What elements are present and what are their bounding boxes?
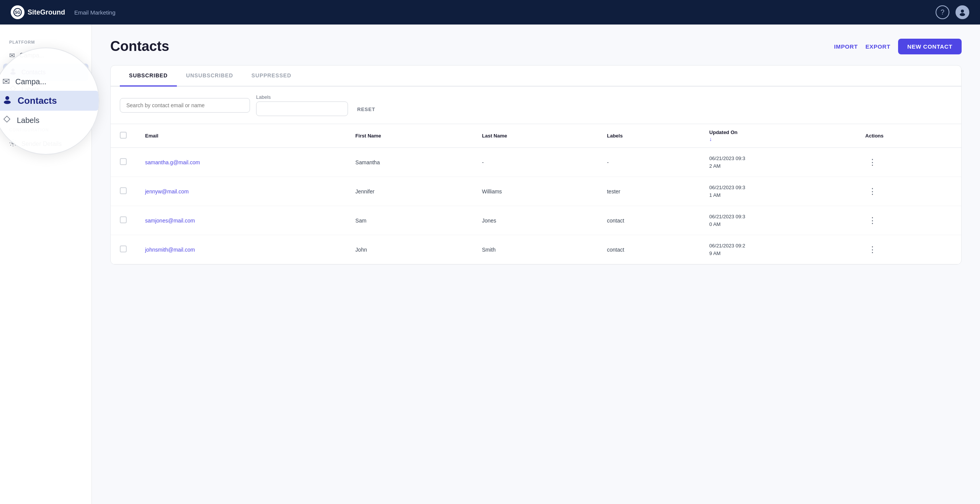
tab-suppressed[interactable]: SUPPRESSED [242, 65, 301, 87]
zoom-item-contacts[interactable]: Contacts [0, 91, 99, 111]
row-2-updated-on: 06/21/2023 09:31 AM [700, 177, 856, 206]
row-1-email[interactable]: samantha.g@mail.com [136, 148, 346, 177]
row-3-checkbox[interactable] [120, 216, 127, 223]
zoom-labels-icon [2, 115, 11, 126]
table-row: johnsmith@mail.comJohnSmithcontact06/21/… [111, 235, 961, 264]
th-checkbox [111, 124, 136, 148]
row-2-actions: ⋮ [856, 177, 961, 206]
new-contact-button[interactable]: NEW CONTACT [898, 39, 962, 54]
th-actions: Actions [856, 124, 961, 148]
row-3-first-name: Sam [346, 206, 473, 235]
row-2-more-button[interactable]: ⋮ [865, 187, 880, 196]
app-name: Email Marketing [74, 9, 116, 16]
table-row: jennyw@mail.comJenniferWilliamstester06/… [111, 177, 961, 206]
svg-point-3 [960, 13, 965, 16]
row-1-checkbox[interactable] [120, 158, 127, 165]
contacts-card: SUBSCRIBED UNSUBSCRIBED SUPPRESSED Label… [110, 65, 962, 265]
svg-text:SG: SG [15, 10, 21, 15]
zoom-campaigns-icon: ✉ [2, 76, 10, 87]
page-header: Contacts IMPORT EXPORT NEW CONTACT [110, 38, 962, 54]
zoom-contacts-icon [2, 95, 12, 107]
logo-mark: SG [11, 5, 24, 19]
topnav-right: ? [936, 5, 969, 19]
row-2-last-name: Williams [473, 177, 598, 206]
avatar[interactable] [956, 5, 969, 19]
row-1-actions: ⋮ [856, 148, 961, 177]
sidebar: PLATFORM ✉ Campa... Contacts Labels [0, 25, 92, 504]
sort-arrow-icon: ↓ [709, 136, 712, 142]
layout: PLATFORM ✉ Campa... Contacts Labels [0, 25, 980, 504]
table-row: samantha.g@mail.comSamantha--06/21/2023 … [111, 148, 961, 177]
row-4-more-button[interactable]: ⋮ [865, 245, 880, 255]
help-button[interactable]: ? [936, 5, 949, 19]
labels-filter-group: Labels [256, 94, 348, 116]
header-actions: IMPORT EXPORT NEW CONTACT [834, 39, 962, 54]
zoom-labels-label: Labels [17, 116, 39, 125]
table-row: samjones@mail.comSamJonescontact06/21/20… [111, 206, 961, 235]
logo-text: SiteGround [28, 8, 65, 16]
export-button[interactable]: EXPORT [866, 43, 890, 50]
row-3-last-name: Jones [473, 206, 598, 235]
topnav-left: SG SiteGround Email Marketing [11, 5, 116, 19]
import-button[interactable]: IMPORT [834, 43, 858, 50]
row-2-checkbox[interactable] [120, 187, 127, 194]
labels-input[interactable] [256, 101, 348, 116]
row-2-email[interactable]: jennyw@mail.com [136, 177, 346, 206]
filter-row: Labels RESET [111, 87, 961, 124]
row-4-checkbox[interactable] [120, 245, 127, 252]
tab-subscribed[interactable]: SUBSCRIBED [120, 65, 177, 87]
row-1-last-name: - [473, 148, 598, 177]
row-3-actions: ⋮ [856, 206, 961, 235]
row-1-updated-on: 06/21/2023 09:32 AM [700, 148, 856, 177]
row-4-actions: ⋮ [856, 235, 961, 264]
search-input[interactable] [120, 98, 250, 113]
tabs-bar: SUBSCRIBED UNSUBSCRIBED SUPPRESSED [111, 65, 961, 87]
page-title: Contacts [110, 38, 169, 54]
th-last-name: Last Name [473, 124, 598, 148]
row-4-email[interactable]: johnsmith@mail.com [136, 235, 346, 264]
row-4-first-name: John [346, 235, 473, 264]
svg-point-2 [961, 10, 964, 13]
row-1-labels: - [598, 148, 700, 177]
contacts-table-container: Email First Name Last Name Labels Update… [111, 124, 961, 264]
zoom-contacts-label: Contacts [18, 95, 57, 106]
main-content: Contacts IMPORT EXPORT NEW CONTACT SUBSC… [92, 25, 980, 504]
row-2-first-name: Jennifer [346, 177, 473, 206]
row-1-first-name: Samantha [346, 148, 473, 177]
svg-point-9 [5, 96, 9, 100]
zoom-item-campaigns[interactable]: ✉ Campa... [0, 72, 99, 91]
help-icon: ? [941, 8, 944, 16]
row-1-more-button[interactable]: ⋮ [865, 157, 880, 167]
topnav: SG SiteGround Email Marketing ? [0, 0, 980, 25]
row-4-updated-on: 06/21/2023 09:29 AM [700, 235, 856, 264]
th-labels: Labels [598, 124, 700, 148]
th-email: Email [136, 124, 346, 148]
zoom-item-labels[interactable]: Labels [0, 111, 99, 130]
row-3-labels: contact [598, 206, 700, 235]
zoom-campaigns-label: Campa... [15, 77, 46, 86]
sidebar-platform-label: PLATFORM [0, 40, 91, 44]
table-body: samantha.g@mail.comSamantha--06/21/2023 … [111, 148, 961, 264]
row-2-labels: tester [598, 177, 700, 206]
reset-button[interactable]: RESET [357, 106, 375, 116]
select-all-checkbox[interactable] [120, 132, 127, 139]
th-updated-on[interactable]: Updated On ↓ [700, 124, 856, 148]
row-4-labels: contact [598, 235, 700, 264]
row-3-updated-on: 06/21/2023 09:30 AM [700, 206, 856, 235]
tab-unsubscribed[interactable]: UNSUBSCRIBED [177, 65, 242, 87]
table-header-row: Email First Name Last Name Labels Update… [111, 124, 961, 148]
row-4-last-name: Smith [473, 235, 598, 264]
row-3-email[interactable]: samjones@mail.com [136, 206, 346, 235]
labels-filter-label: Labels [256, 94, 348, 100]
logo: SG SiteGround [11, 5, 65, 19]
svg-point-10 [4, 101, 11, 104]
row-3-more-button[interactable]: ⋮ [865, 216, 880, 226]
th-first-name: First Name [346, 124, 473, 148]
contacts-table: Email First Name Last Name Labels Update… [111, 124, 961, 264]
